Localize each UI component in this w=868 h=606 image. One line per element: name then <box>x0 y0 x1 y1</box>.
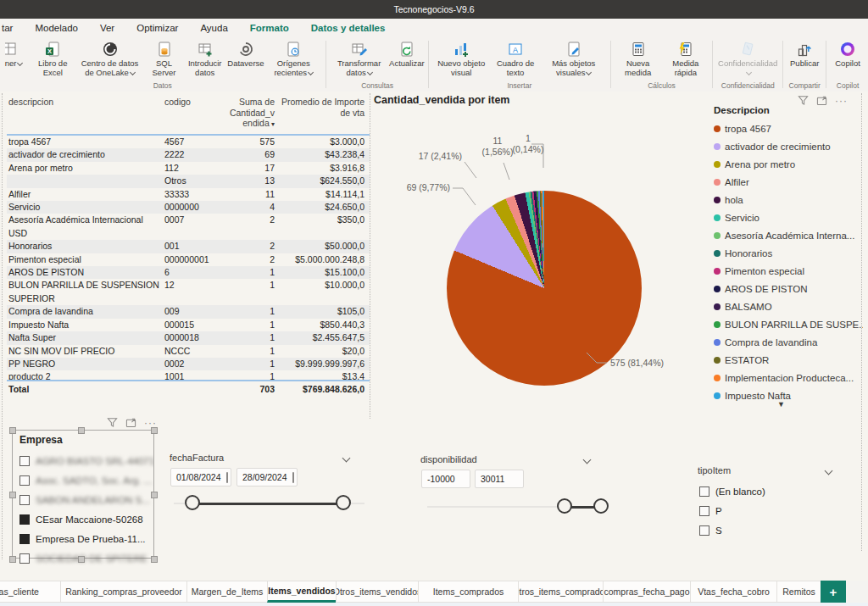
table-row[interactable]: producto 210011$13,4 <box>7 370 370 380</box>
filter-icon[interactable] <box>107 417 118 428</box>
ribbon-button-dataverse[interactable]: Dataverse <box>228 39 264 69</box>
checkbox[interactable] <box>19 495 30 505</box>
slider-handle-left[interactable] <box>557 498 572 514</box>
table-row[interactable]: Pimenton especial0000000012$5.000.000.24… <box>7 253 370 266</box>
legend-item-servicio[interactable]: Servicio <box>714 208 863 226</box>
pie-chart-visual[interactable]: Cantidad_vendida por item ··· 575 (81,44… <box>370 92 866 437</box>
resize-handle[interactable] <box>151 556 158 563</box>
ribbon-button-actualizar[interactable]: Actualizar <box>389 39 425 69</box>
table-row[interactable]: Impuesto Nafta0000151$850.440,3 <box>7 319 370 331</box>
legend-item-compra-de-lavandina[interactable]: Compra de lavandina <box>714 333 863 351</box>
tab-ranking-vtas-cliente[interactable]: Ranking_vtas_cliente <box>0 581 61 603</box>
tab-remitos[interactable]: Remitos <box>776 581 821 603</box>
pie-chart[interactable] <box>447 191 642 386</box>
disponibilidad-max-input[interactable]: 30011 <box>475 470 524 488</box>
chevron-down-icon[interactable] <box>583 455 592 464</box>
table-row[interactable]: NC SIN MOV DIF PRECIONCCC1$20,0 <box>7 345 370 358</box>
legend-item-honorarios[interactable]: Honorarios <box>714 244 863 262</box>
legend-item-tropa-4567[interactable]: tropa 4567 <box>714 120 863 137</box>
ribbon-button-nueva-medida[interactable]: Nueva medida <box>615 39 662 78</box>
ribbon-button-cuadro-de-texto[interactable]: ACuadro de texto <box>492 39 540 78</box>
tab-vtas-fecha-cobro[interactable]: Vtas_fecha_cobro <box>690 581 777 603</box>
resize-handle[interactable] <box>151 427 158 434</box>
table-row[interactable]: Alfiler3333311$14.114,1 <box>7 188 370 201</box>
fecha-fin-input[interactable]: 28/09/2024 <box>236 468 298 486</box>
legend-item-balsamo[interactable]: BALSAMO <box>714 297 863 315</box>
menu-datos-y-detalles[interactable]: Datos y detalles <box>311 23 386 33</box>
tipoitem-item[interactable]: (En blanco) <box>699 481 835 501</box>
menu-modelado[interactable]: Modelado <box>35 23 78 33</box>
empresa-item[interactable]: SABON ANDELARON S... <box>19 490 153 509</box>
disponibilidad-min-input[interactable]: -10000 <box>421 470 470 488</box>
empresa-item[interactable]: AGRO BIASTO SRL-44071 <box>19 451 153 470</box>
table-row[interactable]: tropa 45674567575$3.000,0 <box>7 136 370 148</box>
ribbon-button-medida-r-pida[interactable]: Medida rápida <box>662 39 709 78</box>
legend-item-bulon-parrilla-de-suspe[interactable]: BULON PARRILLA DE SUSPE... <box>714 315 863 333</box>
chevron-down-icon[interactable] <box>825 466 833 475</box>
table-header[interactable]: descripcioncodigoSuma de Cantidad_vendid… <box>7 95 370 136</box>
ribbon-button-transformar-datos[interactable]: Transformar datos <box>330 39 388 78</box>
calendar-icon[interactable] <box>292 472 294 483</box>
column-header-descripcion[interactable]: descripcion <box>7 95 163 108</box>
table-visual[interactable]: descripcioncodigoSuma de Cantidad_vendid… <box>7 95 370 400</box>
column-header-promedio-de-importe-de-vta[interactable]: Promedio de Importe de vta <box>276 95 366 118</box>
legend-item-asesor-a-acad-mica-interna[interactable]: Asesoría Académica Interna... <box>714 226 863 244</box>
legend-item-implementacion-producteca[interactable]: Implementacion Producteca... <box>714 369 863 386</box>
ribbon-button-ner[interactable]: ner <box>0 39 31 69</box>
table-row[interactable]: Compra de lavandina0091$105,0 <box>7 305 370 318</box>
chevron-down-icon[interactable] <box>342 453 351 462</box>
legend-scroll-down-icon[interactable]: ▼ <box>777 400 785 409</box>
slider-handle-left[interactable] <box>185 495 200 510</box>
ribbon-button-nuevo-objeto-visual[interactable]: Nuevo objeto visual <box>432 39 491 78</box>
table-row[interactable]: Arena por metro11217$3.916,8 <box>7 162 370 175</box>
tab-compras-fecha-pago[interactable]: compras_fecha_pago <box>603 581 691 603</box>
checkbox[interactable] <box>19 514 30 525</box>
checkbox[interactable] <box>699 525 709 536</box>
checkbox[interactable] <box>699 486 709 497</box>
empresa-item[interactable]: SOCIEDAD DE SPITERE <box>19 548 153 568</box>
ribbon-button-introducir-datos[interactable]: Introducir datos <box>183 39 227 78</box>
ribbon-button-sql-server[interactable]: SQL Server <box>147 39 182 78</box>
ribbon-button-publicar[interactable]: Publicar <box>787 39 822 69</box>
focus-mode-icon[interactable] <box>125 417 136 428</box>
legend-item-arena-por-metro[interactable]: Arena por metro <box>714 155 863 173</box>
menu-formato[interactable]: Formato <box>250 23 289 33</box>
table-row[interactable]: Honorarios0012$50.000,0 <box>7 240 370 253</box>
tab-ranking-compras-proveedor[interactable]: Ranking_compras_proveedor <box>60 581 187 603</box>
calendar-icon[interactable] <box>226 472 228 483</box>
empresa-item[interactable]: CEsar Maccaione-50268 <box>19 509 153 529</box>
slider-handle-right[interactable] <box>336 495 351 510</box>
tipoitem-item[interactable]: S <box>699 520 835 540</box>
checkbox[interactable] <box>699 506 709 516</box>
empresa-slicer[interactable]: Empresa AGRO BIASTO SRL-44071Asoc. SADTO… <box>12 430 154 559</box>
menu-ayuda[interactable]: Ayuda <box>200 23 227 33</box>
tipoitem-item[interactable]: P <box>699 501 835 520</box>
resize-handle[interactable] <box>78 427 85 434</box>
column-header-suma-de-cantidad-vendida[interactable]: Suma de Cantidad_vendida ▾ <box>224 95 276 131</box>
new-page-button[interactable]: + <box>821 581 846 603</box>
table-row[interactable]: activador de crecimiento222269$43.238,4 <box>7 148 370 161</box>
menu-optimizar[interactable]: Optimizar <box>136 23 178 33</box>
tab-items-comprados[interactable]: Items_comprados <box>418 581 519 603</box>
tab-otros-items-comprados[interactable]: Otros_items_comprados <box>518 581 604 603</box>
table-row[interactable]: PP NEGRO00021$9.999.999.997,6 <box>7 358 370 370</box>
disponibilidad-range-slider[interactable] <box>420 498 612 516</box>
table-row[interactable]: Nafta Super00000181$2.455.647,5 <box>7 331 370 344</box>
tab-items-vendidos[interactable]: Items_vendidos <box>267 581 337 603</box>
fecha-inicio-input[interactable]: 01/08/2024 <box>170 468 231 486</box>
checkbox[interactable] <box>19 456 30 466</box>
ribbon-button-centro-de-datos-de-onelake[interactable]: Centro de datos de OneLake <box>75 39 146 78</box>
resize-handle[interactable] <box>9 556 16 563</box>
slider-handle-right[interactable] <box>593 498 609 514</box>
tab-otros-items-vendidos[interactable]: Otros_items_vendidos <box>336 581 419 603</box>
table-row[interactable]: Servicio00000004$24.650,0 <box>7 201 370 214</box>
menu-tar[interactable]: tar <box>2 23 13 33</box>
resize-handle[interactable] <box>78 556 85 563</box>
legend-item-aros-de-piston[interactable]: AROS DE PISTON <box>714 280 863 297</box>
checkbox[interactable] <box>19 475 30 486</box>
column-header-codigo[interactable]: codigo <box>163 95 224 108</box>
empresa-item[interactable]: Empresa De Prueba-11... <box>19 529 153 548</box>
table-row[interactable]: AROS DE PISTON61$15.100,0 <box>7 266 370 279</box>
resize-handle[interactable] <box>9 427 16 434</box>
ribbon-button-m-s-objetos-visuales[interactable]: Más objetos visuales <box>541 39 607 78</box>
